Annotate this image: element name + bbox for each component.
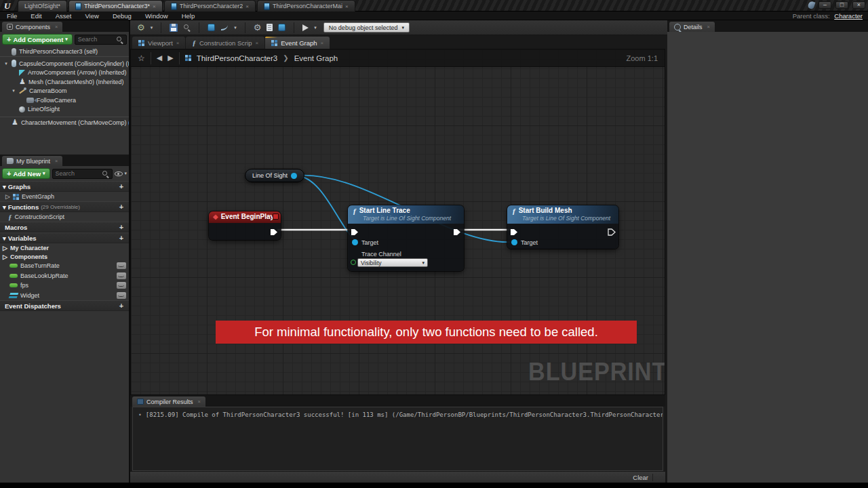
expander-icon[interactable]: ▾ [3, 235, 6, 242]
components-tree-item[interactable]: ▾CapsuleComponent (CollisionCylinder) (I… [0, 59, 129, 68]
menu-edit[interactable]: Edit [24, 12, 48, 20]
variable-category[interactable]: ▷My Character [0, 243, 129, 252]
add-functions-button[interactable]: + [117, 203, 126, 211]
close-icon[interactable]: × [345, 3, 349, 9]
target-input-pin[interactable] [352, 239, 358, 245]
components-tree-item[interactable]: ♟Mesh (CharacterMesh0) (Inherited) [0, 77, 129, 87]
hide-unrelated-dropdown[interactable]: ▾ [234, 25, 237, 30]
visibility-filter-button[interactable]: ▾ [115, 171, 127, 176]
exec-input-pin[interactable] [351, 226, 359, 239]
titlebar-tab[interactable]: LightOfSight* [18, 0, 67, 12]
exec-output-pin[interactable] [270, 226, 278, 239]
output-pin-object[interactable] [291, 173, 297, 179]
expander-icon[interactable]: ▾ [3, 203, 6, 211]
debug-object-dropdown[interactable]: No debug object selected ▾ [323, 22, 410, 33]
menu-file[interactable]: File [0, 12, 24, 20]
compiler-log[interactable]: • [8215.09] Compile of ThirdPersonCharac… [132, 407, 663, 471]
close-icon[interactable]: × [55, 158, 58, 164]
close-icon[interactable]: × [176, 40, 180, 46]
bookmark-star-icon[interactable]: ☆ [138, 54, 145, 63]
close-icon[interactable]: × [256, 40, 259, 46]
exec-output-pin[interactable] [453, 226, 461, 239]
exec-output-pin[interactable] [608, 226, 616, 239]
visibility-toggle[interactable] [117, 262, 126, 269]
clear-button[interactable]: Clear [629, 474, 653, 481]
expander-expanded-icon[interactable]: ▾ [3, 61, 9, 66]
add-new-button[interactable]: + Add New ▾ [2, 168, 50, 179]
doc-tab-event-graph[interactable]: Event Graph× [265, 37, 330, 49]
breadcrumb-leaf[interactable]: Event Graph [294, 54, 338, 62]
titlebar-tab[interactable]: ThirdPersonCharacter2× [164, 0, 256, 12]
event-graph-canvas[interactable]: ☆ ◀ ▶ ThirdPersonCharacter3 ❯ Event Grap… [130, 49, 665, 395]
variable-row[interactable]: fps [0, 281, 129, 291]
section-header-macros[interactable]: Macros+ [0, 222, 129, 232]
class-settings-button[interactable]: ⚙ [254, 23, 262, 32]
exec-input-pin[interactable] [510, 226, 518, 239]
class-defaults-button[interactable] [267, 24, 273, 31]
feedback-icon[interactable] [808, 1, 816, 9]
components-tree-item[interactable]: LineOfSight [0, 105, 129, 115]
parent-class-link[interactable]: Character [834, 12, 863, 20]
expander-collapsed-icon[interactable]: ▷ [3, 245, 7, 251]
expander-collapsed-icon[interactable]: ▷ [5, 193, 10, 200]
variable-row[interactable]: BaseTurnRate [0, 261, 129, 271]
menu-view[interactable]: View [78, 12, 105, 20]
play-options-dropdown[interactable]: ▾ [314, 25, 317, 30]
variable-category[interactable]: ▷Components [0, 252, 129, 261]
section-header-event-dispatchers[interactable]: Event Dispatchers+ [0, 300, 129, 311]
section-header-functions[interactable]: ▾Functions(29 Overridable)+ [0, 201, 129, 212]
browse-button[interactable] [183, 24, 191, 31]
save-button[interactable] [170, 24, 178, 32]
expander-expanded-icon[interactable]: ▾ [11, 88, 16, 94]
section-header-graphs[interactable]: ▾Graphs+ [0, 181, 129, 192]
myblueprint-search-input[interactable]: Search [52, 169, 113, 179]
breadcrumb-root[interactable]: ThirdPersonCharacter3 [197, 54, 278, 62]
visibility-toggle[interactable] [117, 272, 126, 279]
add-graphs-button[interactable]: + [117, 182, 126, 190]
trace-channel-input-pin[interactable] [351, 260, 356, 265]
variable-row[interactable]: BaseLookUpRate [0, 271, 129, 281]
menu-asset[interactable]: Asset [49, 12, 79, 20]
menu-debug[interactable]: Debug [106, 12, 138, 20]
close-icon[interactable]: × [198, 399, 201, 405]
node-start-build-mesh[interactable]: f Start Build Mesh Target is Line Of Sig… [507, 205, 618, 249]
delegate-pin[interactable] [273, 214, 279, 220]
tab-compiler-results[interactable]: Compiler Results × [132, 396, 205, 407]
list-item[interactable]: ƒConstructionScript [0, 212, 129, 222]
components-tree-item[interactable]: ♟CharacterMovement (CharMoveComp) (Inher… [0, 117, 129, 127]
components-tree-item[interactable]: ArrowComponent (Arrow) (Inherited) [0, 68, 129, 78]
expander-icon[interactable]: ▾ [3, 183, 6, 190]
components-tree-item[interactable]: FollowCamera [0, 96, 129, 105]
add-variables-button[interactable]: + [117, 234, 126, 242]
nav-forward-button[interactable]: ▶ [167, 54, 173, 62]
expander-collapsed-icon[interactable]: ▷ [3, 253, 7, 260]
components-tree-item[interactable]: ThirdPersonCharacter3 (self) [0, 47, 129, 57]
list-item[interactable]: ▷EventGraph [0, 192, 129, 201]
add-component-button[interactable]: + Add Component ▾ [2, 34, 73, 45]
doc-tab-viewport[interactable]: Viewport× [132, 37, 185, 49]
nav-back-button[interactable]: ◀ [157, 54, 162, 62]
visibility-toggle[interactable] [117, 292, 126, 299]
tab-details[interactable]: Details × [669, 22, 715, 32]
play-button[interactable] [302, 24, 309, 31]
variable-row[interactable]: Widget [0, 291, 129, 301]
close-icon[interactable]: × [153, 3, 156, 9]
compile-options-dropdown[interactable]: ▾ [151, 25, 153, 30]
node-start-line-trace[interactable]: f Start Line Trace Target is Line Of Sig… [348, 205, 464, 271]
components-search-input[interactable]: Search [75, 35, 127, 45]
close-icon[interactable]: × [245, 3, 249, 9]
hide-unrelated-button[interactable] [220, 24, 229, 31]
target-input-pin[interactable] [511, 239, 517, 245]
simulation-button[interactable] [278, 24, 285, 31]
tab-my-blueprint[interactable]: My Blueprint × [2, 156, 62, 166]
section-header-variables[interactable]: ▾Variables+ [0, 232, 129, 243]
menu-window[interactable]: Window [138, 12, 175, 20]
close-icon[interactable]: × [55, 24, 58, 30]
find-button[interactable] [208, 24, 215, 31]
close-icon[interactable]: × [707, 24, 710, 30]
menu-help[interactable]: Help [175, 12, 202, 20]
maximize-button[interactable]: □ [835, 1, 848, 9]
add-event-dispatchers-button[interactable]: + [117, 302, 126, 310]
titlebar-tab[interactable]: ThirdPersonCharacter3*× [68, 0, 163, 12]
titlebar-tab[interactable]: ThirdPersonCharacterMai× [257, 0, 355, 12]
